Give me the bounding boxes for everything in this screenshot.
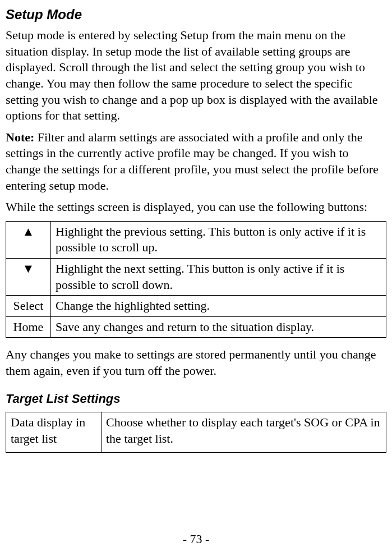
button-home-label: Home: [6, 316, 51, 338]
note-text: Filter and alarm settings are associated…: [6, 130, 379, 192]
page-number: - 73 -: [0, 531, 392, 548]
table-row: ▲ Highlight the previous setting. This b…: [6, 221, 386, 258]
heading-target-list: Target List Settings: [6, 391, 386, 407]
setting-desc: Choose whether to display each target's …: [102, 412, 386, 453]
heading-setup-mode: Setup Mode: [6, 6, 386, 23]
buttons-table: ▲ Highlight the previous setting. This b…: [6, 221, 386, 338]
paragraph-buttons-intro: While the settings screen is displayed, …: [6, 199, 386, 215]
table-row: Select Change the highlighted setting.: [6, 296, 386, 317]
setting-name: Data display in target list: [6, 412, 102, 453]
table-row: ▼ Highlight the next setting. This butto…: [6, 258, 386, 295]
button-down-desc: Highlight the next setting. This button …: [51, 258, 386, 295]
note-label: Note:: [6, 130, 34, 144]
button-select-label: Select: [6, 296, 51, 317]
button-up-icon: ▲: [6, 221, 51, 258]
button-up-desc: Highlight the previous setting. This but…: [51, 221, 386, 258]
target-settings-table: Data display in target list Choose wheth…: [6, 412, 386, 453]
table-row: Data display in target list Choose wheth…: [6, 412, 386, 453]
paragraph-note: Note: Filter and alarm settings are asso…: [6, 130, 386, 194]
paragraph-intro: Setup mode is entered by selecting Setup…: [6, 27, 386, 124]
button-select-desc: Change the highlighted setting.: [51, 296, 386, 317]
button-home-desc: Save any changes and return to the situa…: [51, 316, 386, 338]
table-row: Home Save any changes and return to the …: [6, 316, 386, 338]
paragraph-persistence: Any changes you make to settings are sto…: [6, 347, 386, 379]
button-down-icon: ▼: [6, 258, 51, 295]
